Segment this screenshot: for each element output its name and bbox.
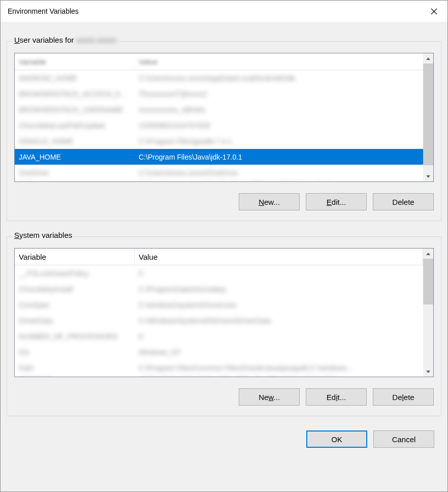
svg-marker-3: [426, 175, 430, 178]
table-row[interactable]: Path C:\Program Files\Common Files\Oracl…: [15, 360, 423, 376]
scroll-thumb[interactable]: [423, 64, 433, 165]
scrollbar[interactable]: [423, 53, 433, 181]
table-header[interactable]: Variable Value: [15, 249, 423, 265]
table-row[interactable]: OS Windows_NT: [15, 344, 423, 360]
close-button[interactable]: [420, 1, 447, 22]
table-row[interactable]: ChocolateyInstall C:\ProgramData\chocola…: [15, 281, 423, 297]
system-variables-list: Variable Value __PSLockDownPolicy 0 Choc…: [15, 249, 423, 377]
dialog-content: User variables for xxxxx.xxxxx Variable …: [1, 22, 447, 491]
java-home-val: C:\Program Files\Java\jdk-17.0.1: [135, 153, 423, 161]
user-new-button[interactable]: New...: [239, 193, 300, 210]
scroll-track[interactable]: [423, 304, 433, 366]
scroll-track[interactable]: [423, 165, 433, 171]
table-row[interactable]: Path C:\Users\xxxxx.xxxxx\AppData\Local\…: [15, 180, 423, 182]
table-row[interactable]: BROWSERSTACK_ACCESS_K… ThxxxxxxxxTQkxxxx…: [15, 86, 423, 102]
user-variables-table[interactable]: Variable Value ANDROID_HOME C:\Users\xxx…: [14, 53, 434, 182]
scrollbar[interactable]: [423, 249, 433, 377]
svg-marker-4: [426, 253, 430, 255]
system-new-button[interactable]: New...: [239, 388, 300, 406]
system-edit-button[interactable]: Edit...: [306, 388, 367, 406]
table-row-selected[interactable]: JAVA_HOME C:\Program Files\Java\jdk-17.0…: [15, 149, 423, 165]
user-variables-group: User variables for xxxxx.xxxxx Variable …: [7, 41, 441, 221]
java-home-var: JAVA_HOME: [15, 153, 135, 161]
table-row[interactable]: __PSLockDownPolicy 0: [15, 265, 423, 281]
table-row[interactable]: OneDrive C:\Users\xxxxx.xxxxx\OneDrive: [15, 165, 423, 180]
user-buttons: New... Edit... Delete: [14, 193, 434, 210]
table-row[interactable]: NUMBER_OF_PROCESSORS 8: [15, 328, 423, 344]
table-row[interactable]: ChocolateyLastPathUpdate 132859631319797…: [15, 117, 423, 133]
scroll-up-icon[interactable]: [423, 249, 433, 259]
table-row[interactable]: ANDROID_HOME C:\Users\xxxxx.xxxxx\AppDat…: [15, 70, 423, 86]
cancel-button[interactable]: Cancel: [373, 430, 434, 448]
header-variable: Variable: [15, 249, 135, 265]
svg-marker-5: [426, 371, 430, 373]
scroll-down-icon[interactable]: [423, 366, 433, 377]
dialog-buttons: OK Cancel: [7, 416, 441, 448]
table-header[interactable]: Variable Value: [15, 53, 423, 70]
table-row[interactable]: PATHEXT .COM;.EXE;.BAT;.CMD;.VBS;.VBE;.J…: [15, 376, 423, 377]
scroll-up-icon[interactable]: [423, 53, 433, 64]
env-vars-dialog: Environment Variables User variables for…: [0, 0, 448, 492]
table-row[interactable]: DriverData C:\Windows\System32\Drivers\D…: [15, 313, 423, 328]
system-variables-legend: System variables: [12, 231, 74, 239]
svg-marker-2: [426, 57, 430, 60]
ok-button[interactable]: OK: [306, 430, 367, 448]
user-edit-button[interactable]: Edit...: [306, 193, 367, 210]
table-row[interactable]: BROWSERSTACK_USERNAME xxxxxxxxxxx_xBHWs: [15, 102, 423, 117]
scroll-thumb[interactable]: [423, 259, 433, 304]
scroll-down-icon[interactable]: [423, 171, 433, 181]
system-delete-button[interactable]: Delete: [373, 388, 434, 406]
system-buttons: New... Edit... Delete: [14, 388, 434, 406]
header-value: Value: [135, 249, 423, 265]
table-row[interactable]: ComSpec C:\windows\system32\cmd.exe: [15, 297, 423, 313]
header-variable: Variable: [15, 53, 135, 70]
user-delete-button[interactable]: Delete: [373, 193, 434, 210]
system-variables-group: System variables Variable Value __PSLock…: [7, 236, 441, 416]
table-row[interactable]: GRADLE_HOME C:\Program Files\gradle-7.4.…: [15, 133, 423, 149]
user-variables-legend: User variables for xxxxx.xxxxx: [12, 36, 118, 44]
window-title: Environment Variables: [8, 7, 79, 15]
titlebar: Environment Variables: [1, 1, 447, 22]
header-value: Value: [135, 53, 423, 70]
user-variables-list: Variable Value ANDROID_HOME C:\Users\xxx…: [15, 53, 423, 181]
system-variables-table[interactable]: Variable Value __PSLockDownPolicy 0 Choc…: [14, 248, 434, 377]
close-icon: [431, 8, 437, 15]
